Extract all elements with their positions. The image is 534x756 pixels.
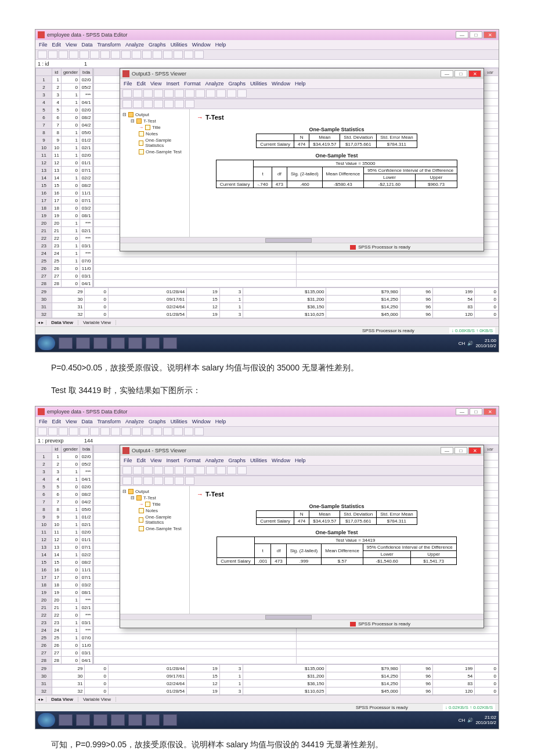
toolbar-button[interactable] [185, 477, 194, 485]
toolbar-button[interactable] [133, 100, 142, 108]
toolbar-button[interactable] [154, 466, 163, 474]
viewer-maximize[interactable]: □ [454, 447, 467, 454]
vmenu-utilities[interactable]: Utilities [250, 81, 267, 87]
toolbar-button[interactable] [194, 51, 204, 59]
toolbar-button[interactable] [206, 466, 215, 474]
viewer-close[interactable]: ✕ [468, 447, 481, 454]
menu-transform[interactable]: Transform [97, 419, 121, 424]
toolbar-button[interactable] [100, 51, 110, 59]
vmenu-utilities[interactable]: Utilities [250, 458, 267, 463]
start-button[interactable] [38, 713, 55, 727]
menu-graphs[interactable]: Graphs [149, 42, 166, 48]
toolbar-button[interactable] [122, 100, 132, 108]
toolbar-button[interactable] [206, 89, 215, 98]
tree-output[interactable]: Output [135, 489, 149, 494]
data-grid[interactable]: idgenderbda11002/022005/2331***44104/155… [35, 68, 93, 287]
toolbar-button[interactable] [217, 466, 226, 474]
toolbar-button[interactable] [164, 89, 174, 98]
tree-output[interactable]: Output [135, 112, 149, 117]
toolbar-button[interactable] [133, 477, 142, 485]
minimize-button[interactable]: — [456, 31, 468, 38]
task-icon[interactable] [93, 337, 107, 349]
tree-test[interactable]: One-Sample Test [146, 149, 182, 154]
toolbar-button[interactable] [237, 466, 247, 474]
task-icon[interactable] [111, 337, 125, 349]
menu-help[interactable]: Help [215, 419, 226, 424]
menu-view[interactable]: View [66, 42, 77, 48]
tree-title[interactable]: Title [152, 502, 161, 507]
toolbar-button[interactable] [184, 427, 193, 435]
menu-window[interactable]: Window [192, 42, 211, 48]
toolbar-button[interactable] [143, 100, 153, 108]
toolbar-button[interactable] [132, 51, 141, 59]
vmenu-edit[interactable]: Edit [137, 458, 146, 463]
toolbar-button[interactable] [175, 466, 184, 474]
toolbar-button[interactable] [80, 427, 89, 435]
vmenu-insert[interactable]: Insert [166, 81, 179, 87]
vmenu-file[interactable]: File [124, 458, 132, 463]
menu-graphs[interactable]: Graphs [149, 419, 166, 424]
toolbar-button[interactable] [142, 51, 151, 59]
toolbar-button[interactable] [196, 466, 205, 474]
vmenu-analyze[interactable]: Analyze [205, 458, 223, 463]
toolbar-button[interactable] [59, 427, 68, 435]
vmenu-view[interactable]: View [150, 81, 161, 87]
vmenu-help[interactable]: Help [295, 458, 306, 463]
menu-utilities[interactable]: Utilities [171, 42, 187, 48]
toolbar-button[interactable] [174, 427, 183, 435]
toolbar-button[interactable] [185, 89, 194, 98]
viewer-hscroll[interactable] [120, 237, 484, 243]
tree-stats[interactable]: One-Sample Statistics [145, 138, 187, 148]
toolbar-button[interactable] [133, 89, 142, 98]
menu-file[interactable]: File [39, 419, 48, 424]
maximize-button[interactable]: □ [470, 31, 482, 38]
toolbar-button[interactable] [143, 477, 153, 485]
toolbar-button[interactable] [227, 466, 236, 474]
toolbar-button[interactable] [38, 427, 47, 435]
menu-data[interactable]: Data [81, 42, 92, 48]
task-icon[interactable] [163, 714, 177, 726]
toolbar-button[interactable] [175, 89, 184, 98]
tree-ttest[interactable]: T-Test [143, 495, 156, 501]
toolbar-button[interactable] [237, 89, 247, 98]
toolbar-button[interactable] [132, 427, 141, 435]
toolbar-button[interactable] [48, 51, 57, 59]
vmenu-graphs[interactable]: Graphs [228, 458, 246, 463]
menu-help[interactable]: Help [215, 42, 226, 48]
viewer-minimize[interactable]: — [441, 70, 453, 77]
toolbar-button[interactable] [174, 51, 183, 59]
output-tree[interactable]: ⊟Output ⊟T-Test →Title Notes One-Sample … [120, 109, 190, 237]
toolbar-button[interactable] [100, 427, 110, 435]
task-icon[interactable] [76, 714, 90, 726]
menu-file[interactable]: File [39, 42, 48, 48]
toolbar-button[interactable] [142, 427, 151, 435]
toolbar-button[interactable] [217, 89, 226, 98]
menu-edit[interactable]: Edit [52, 419, 62, 424]
toolbar-button[interactable] [143, 466, 153, 474]
toolbar-button[interactable] [164, 477, 174, 485]
tree-notes[interactable]: Notes [146, 131, 158, 136]
menu-analyze[interactable]: Analyze [125, 419, 144, 424]
toolbar-button[interactable] [90, 427, 99, 435]
viewer-hscroll[interactable] [120, 614, 484, 620]
vmenu-insert[interactable]: Insert [166, 458, 179, 463]
viewer-close[interactable]: ✕ [468, 70, 481, 77]
task-icon[interactable] [128, 714, 142, 726]
menu-edit[interactable]: Edit [52, 42, 62, 48]
task-icon[interactable] [59, 337, 73, 349]
bottom-grid[interactable]: 2929001/28/44193$135,000$79,980961990303… [35, 664, 499, 695]
toolbar-button[interactable] [227, 89, 236, 98]
toolbar-button[interactable] [153, 427, 162, 435]
vmenu-file[interactable]: File [124, 81, 132, 87]
menu-data[interactable]: Data [81, 419, 92, 424]
toolbar-button[interactable] [48, 427, 57, 435]
toolbar-button[interactable] [164, 100, 174, 108]
viewer-maximize[interactable]: □ [454, 70, 467, 77]
tab-variable-view[interactable]: Variable View [78, 697, 116, 702]
toolbar-button[interactable] [175, 100, 184, 108]
vmenu-view[interactable]: View [150, 458, 161, 463]
task-icon[interactable] [146, 337, 160, 349]
toolbar-button[interactable] [196, 89, 205, 98]
menu-utilities[interactable]: Utilities [171, 419, 187, 424]
toolbar-button[interactable] [69, 51, 78, 59]
